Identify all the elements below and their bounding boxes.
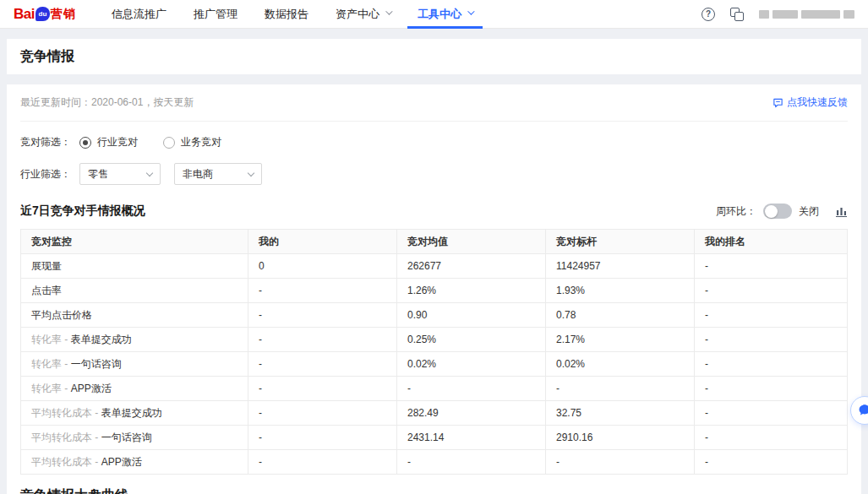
help-icon[interactable]: ? [701, 8, 715, 21]
column-header: 竞对监控 [21, 230, 248, 254]
nav-item-active[interactable]: 工具中心 [404, 0, 486, 29]
cell-value: - [248, 352, 396, 377]
cell-value: 282.49 [396, 401, 545, 426]
baidu-marketing-logo[interactable]: Bai du 营销 [14, 6, 76, 23]
radio-option[interactable]: 行业竞对 [79, 135, 138, 149]
overview-section-title: 近7日竞争对手情报概况 [20, 204, 145, 219]
column-header: 我的 [248, 230, 396, 254]
table-row: 平均点击价格-0.900.78- [21, 303, 848, 328]
cell-metric-name: 展现量 [21, 254, 248, 279]
cell-value: 262677 [396, 254, 545, 279]
cell-value: - [695, 254, 848, 279]
column-header: 竞对标杆 [546, 230, 695, 254]
industry-select-dropdown[interactable]: 零售 [79, 163, 161, 185]
table-row: 平均转化成本 - APP激活---- [21, 450, 848, 475]
metric-name: APP激活 [71, 383, 112, 394]
last-update-time: 最近更新时间：2020-06-01，按天更新 [20, 95, 194, 110]
table-row: 转化率 - APP激活---- [21, 377, 848, 401]
radio-circle-icon [79, 137, 91, 149]
chevron-down-icon [146, 169, 153, 176]
metric-prefix: 平均转化成本 - [31, 407, 101, 419]
cell-value: - [695, 401, 848, 426]
content-panel: 最近更新时间：2020-06-01，按天更新 点我快速反馈 竞对筛选： 行业竞对… [7, 84, 861, 494]
nav-item[interactable]: 资产中心 [322, 0, 404, 29]
cell-value: 0.02% [396, 352, 545, 377]
nav-item[interactable]: 推广管理 [180, 0, 251, 29]
metric-name: 表单提交成功 [71, 334, 132, 345]
competitor-filter-row: 竞对筛选： 行业竞对业务竞对 [20, 135, 848, 149]
cell-value: 0.78 [546, 303, 695, 328]
cell-value: 11424957 [546, 254, 695, 279]
feedback-label: 点我快速反馈 [787, 95, 848, 110]
table-row: 转化率 - 表单提交成功-0.25%2.17%- [21, 328, 848, 352]
select-value: 零售 [88, 167, 108, 182]
cell-value: - [396, 377, 545, 401]
page-title: 竞争情报 [20, 48, 74, 66]
metric-name: 展现量 [31, 260, 62, 272]
radio-circle-icon [163, 137, 175, 149]
nav-item-label: 数据报告 [265, 7, 308, 22]
cell-value: - [248, 279, 396, 303]
cell-value: - [248, 426, 396, 450]
cell-metric-name: 平均转化成本 - 表单提交成功 [21, 401, 248, 426]
nav-item-label: 工具中心 [418, 7, 461, 22]
table-row: 平均转化成本 - 一句话咨询-2431.142910.16- [21, 426, 848, 450]
wow-compare-label: 周环比： [716, 204, 756, 219]
column-header: 我的排名 [695, 230, 848, 254]
industry-filter-row: 行业筛选： 零售非电商 [20, 163, 848, 185]
metric-name: 点击率 [31, 285, 62, 296]
update-info-row: 最近更新时间：2020-06-01，按天更新 点我快速反馈 [20, 84, 848, 122]
nav-item-label: 资产中心 [336, 7, 379, 22]
cell-value: 1.93% [546, 279, 695, 303]
logo-text-yingxiao: 营销 [51, 7, 76, 22]
cell-value: 2.17% [546, 328, 695, 352]
column-header: 竞对均值 [396, 230, 545, 254]
cell-metric-name: 平均转化成本 - 一句话咨询 [21, 426, 248, 450]
metric-name: 一句话咨询 [101, 432, 152, 443]
accounts-switch-icon[interactable] [730, 8, 744, 21]
cell-value: 2910.16 [546, 426, 695, 450]
cell-value: - [248, 303, 396, 328]
radio-option[interactable]: 业务竞对 [163, 135, 221, 149]
cell-value: 0 [248, 254, 396, 279]
industry-filter-label: 行业筛选： [20, 167, 71, 182]
cell-value: 32.75 [546, 401, 695, 426]
user-account[interactable] [759, 10, 854, 19]
nav-item[interactable]: 数据报告 [251, 0, 322, 29]
cell-value: 2431.14 [396, 426, 545, 450]
wow-toggle-state: 关闭 [799, 204, 819, 219]
cell-metric-name: 转化率 - 一句话咨询 [21, 352, 248, 377]
bar-chart-icon[interactable] [836, 205, 848, 217]
cell-value: - [695, 352, 848, 377]
nav-item-label: 信息流推广 [112, 7, 167, 22]
cell-value: - [248, 377, 396, 401]
table-row: 点击率-1.26%1.93%- [21, 279, 848, 303]
next-section-title: 竞争情报大盘曲线 [20, 487, 848, 494]
overview-section-header: 近7日竞争对手情报概况 周环比： 关闭 [20, 204, 848, 219]
section-tools: 周环比： 关闭 [716, 204, 848, 219]
page-title-bar: 竞争情报 [7, 39, 861, 74]
nav-item[interactable]: 信息流推广 [98, 0, 180, 29]
cell-value: - [396, 450, 545, 475]
nav-item-label: 推广管理 [194, 7, 237, 22]
feedback-bubble-icon [772, 97, 783, 108]
industry-select-dropdown[interactable]: 非电商 [174, 163, 262, 185]
cell-value: 1.26% [396, 279, 545, 303]
select-value: 非电商 [183, 167, 213, 182]
chat-service-icon [857, 403, 868, 418]
cell-metric-name: 平均点击价格 [21, 303, 248, 328]
table-header-row: 竞对监控我的竞对均值竞对标杆我的排名 [21, 230, 848, 254]
radio-label: 业务竞对 [181, 135, 221, 149]
cell-value: - [695, 279, 848, 303]
quick-feedback-link[interactable]: 点我快速反馈 [772, 95, 848, 110]
cell-value: - [695, 426, 848, 450]
wow-toggle[interactable] [763, 204, 792, 219]
competitor-radio-group: 行业竞对业务竞对 [79, 135, 221, 149]
competitor-metrics-table: 竞对监控我的竞对均值竞对标杆我的排名 展现量026267711424957-点击… [20, 229, 848, 475]
chevron-down-icon [467, 8, 474, 14]
cell-value: 0.02% [546, 352, 695, 377]
toggle-knob-icon [765, 205, 778, 218]
nav-menu: 信息流推广推广管理数据报告资产中心工具中心 [98, 0, 486, 29]
cell-value: - [248, 401, 396, 426]
metric-name: 平均点击价格 [31, 309, 92, 321]
